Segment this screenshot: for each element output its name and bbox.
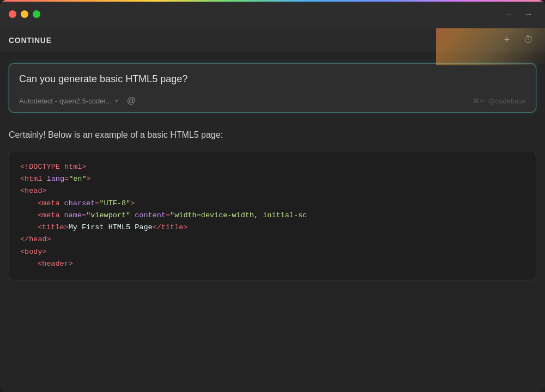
- prompt-box: Can you generate basic HTML5 page? Autod…: [9, 63, 536, 113]
- code-line-4: <meta charset="UTF-8">: [20, 198, 525, 210]
- app-window: ← → CONTINUE + ⏱ Can you generate basic …: [0, 0, 545, 392]
- code-line-2: <html lang="en">: [20, 173, 525, 185]
- back-button[interactable]: ←: [501, 7, 517, 22]
- code-content[interactable]: <!DOCTYPE html> <html lang="en"> <head> …: [9, 151, 536, 280]
- shortcut-key: ⌘↵: [473, 97, 486, 105]
- code-line-8: <body>: [20, 246, 525, 258]
- prompt-footer: Autodetect - qwen2.5-coder... ▾ @ ⌘↵ @co…: [9, 91, 536, 112]
- chevron-down-icon: ▾: [115, 97, 118, 105]
- doctype-tag: <!DOCTYPE html>: [20, 163, 87, 171]
- titlebar: ← →: [0, 0, 545, 28]
- at-mention-button[interactable]: @: [127, 96, 136, 106]
- add-icon: +: [504, 34, 510, 46]
- maximize-button[interactable]: [33, 10, 40, 18]
- history-icon: ⏱: [524, 34, 534, 46]
- code-line-6: <title>My First HTML5 Page</title>: [20, 222, 525, 234]
- html-open-tag: <html: [20, 175, 47, 183]
- model-selector[interactable]: Autodetect - qwen2.5-coder... ▾: [19, 97, 118, 105]
- code-line-7: </head>: [20, 234, 525, 246]
- tabbar: CONTINUE + ⏱: [0, 28, 545, 52]
- back-arrow-icon: ←: [505, 9, 513, 19]
- main-content: Can you generate basic HTML5 page? Autod…: [0, 52, 545, 392]
- history-button[interactable]: ⏱: [521, 33, 536, 48]
- tab-title: CONTINUE: [9, 36, 52, 45]
- code-line-5: <meta name="viewport" content="width=dev…: [20, 210, 525, 222]
- response-text: Certainly! Below is an example of a basi…: [0, 121, 545, 151]
- forward-button[interactable]: →: [521, 7, 536, 22]
- code-line-3: <head>: [20, 185, 525, 197]
- nav-buttons: ← →: [501, 7, 536, 22]
- prompt-shortcut: ⌘↵ @codebase: [473, 97, 526, 105]
- tabbar-actions: + ⏱: [499, 33, 536, 48]
- codebase-label: @codebase: [488, 97, 526, 105]
- add-tab-button[interactable]: +: [499, 33, 514, 48]
- forward-arrow-icon: →: [524, 9, 533, 19]
- prompt-text: Can you generate basic HTML5 page?: [9, 64, 536, 91]
- minimize-button[interactable]: [21, 10, 28, 18]
- code-block: <!DOCTYPE html> <html lang="en"> <head> …: [9, 151, 536, 280]
- traffic-lights: [9, 10, 40, 18]
- model-label: Autodetect - qwen2.5-coder...: [19, 97, 112, 105]
- code-line-1: <!DOCTYPE html>: [20, 161, 525, 173]
- code-line-9: <header>: [20, 258, 525, 270]
- close-button[interactable]: [9, 10, 16, 18]
